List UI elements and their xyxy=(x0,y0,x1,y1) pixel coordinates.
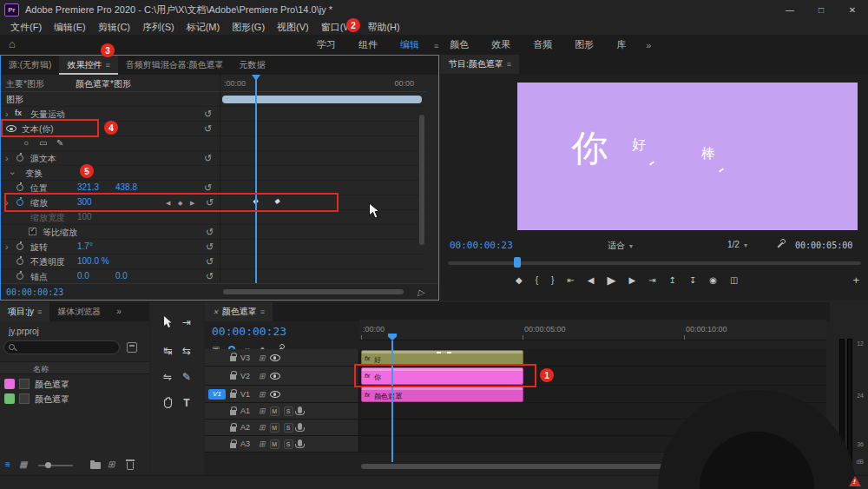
lock-icon[interactable] xyxy=(230,426,236,432)
item-label[interactable]: 颜色遮罩 xyxy=(35,379,69,391)
selection-tool[interactable] xyxy=(163,316,172,331)
stopwatch-icon[interactable] xyxy=(16,258,23,265)
track-name[interactable]: A2 xyxy=(240,423,254,432)
program-timecode[interactable]: 00:00:00:23 xyxy=(450,240,513,251)
time-ruler[interactable]: :00:00 00:00:05:00 00:00:10:00 xyxy=(359,320,826,340)
tab-metadata[interactable]: 元数据 xyxy=(232,56,273,75)
menu-help[interactable]: 帮助(H) xyxy=(361,21,405,34)
workspace-tab-editing[interactable]: 编辑 xyxy=(389,35,431,55)
row-opacity[interactable]: 不透明度 100.0 % xyxy=(1,254,220,269)
pen-tool[interactable]: ✎ xyxy=(182,371,191,383)
maximize-button[interactable]: □ xyxy=(806,0,837,19)
menu-sequence[interactable]: 序列(S) xyxy=(136,21,181,34)
menu-view[interactable]: 视图(V) xyxy=(271,21,315,34)
track-header-a1[interactable]: A1 M S xyxy=(205,403,359,419)
add-marker-button[interactable]: ◆ xyxy=(516,275,523,285)
vertical-scrollbar[interactable] xyxy=(419,115,424,245)
solo-button[interactable]: S xyxy=(284,406,293,416)
icon-view-icon[interactable] xyxy=(19,459,27,469)
keyframe-timeline[interactable]: :00:00 00:00 xyxy=(220,75,426,284)
pink-label-swatch[interactable] xyxy=(4,379,15,389)
solo-button[interactable]: S xyxy=(284,423,293,433)
close-icon[interactable] xyxy=(213,307,222,316)
source-patch-empty[interactable] xyxy=(208,422,226,433)
chevron-right-icon[interactable] xyxy=(5,109,9,119)
tab-sequence[interactable]: 颜色遮罩 xyxy=(205,302,273,321)
track-name[interactable]: A3 xyxy=(240,439,254,448)
workspace-tab-color[interactable]: 颜色 xyxy=(438,35,480,55)
source-patch-empty[interactable] xyxy=(208,439,226,449)
play-around-icon[interactable] xyxy=(418,287,424,297)
search-options-icon[interactable] xyxy=(127,342,137,353)
track-name[interactable]: V3 xyxy=(240,354,254,362)
workspace-tab-learning[interactable]: 学习 xyxy=(306,35,347,55)
workspace-tab-graphics[interactable]: 图形 xyxy=(563,35,605,55)
track-header-v3[interactable]: V3 xyxy=(205,349,359,366)
sequence-timecode[interactable]: 00:00:00:23 xyxy=(212,325,286,338)
menu-markers[interactable]: 标记(M) xyxy=(181,21,227,34)
panel-menu-icon[interactable] xyxy=(257,307,265,316)
menu-file[interactable]: 文件(F) xyxy=(4,21,48,34)
reset-icon[interactable] xyxy=(204,153,212,164)
sync-lock-icon[interactable] xyxy=(259,439,266,448)
zoom-slider[interactable] xyxy=(38,465,73,466)
tab-program[interactable]: 节目:颜色遮罩 xyxy=(441,55,519,74)
clip-duration-bar[interactable] xyxy=(222,96,422,103)
source-patch-v1[interactable]: V1 xyxy=(208,389,226,400)
program-video-frame[interactable]: 你 好 棒 xyxy=(517,83,858,230)
position-y-value[interactable]: 438.8 xyxy=(115,182,137,192)
step-forward-button[interactable]: ▶ xyxy=(628,275,635,285)
zoom-fit-dropdown[interactable]: 适合 xyxy=(608,240,633,252)
close-button[interactable]: ✕ xyxy=(837,0,868,19)
rectangle-tool-icon[interactable] xyxy=(39,138,47,148)
panel-menu-icon[interactable] xyxy=(503,59,511,69)
chevron-right-icon[interactable] xyxy=(5,241,9,252)
menu-graphics[interactable]: 图形(G) xyxy=(226,21,271,34)
menu-edit[interactable]: 编辑(E) xyxy=(48,21,92,34)
button-editor-plus[interactable]: + xyxy=(852,274,859,287)
lift-button[interactable]: ↥ xyxy=(669,275,676,285)
clip-color-matte-v1[interactable]: fx 颜色遮罩 xyxy=(361,387,523,402)
row-rotation[interactable]: 旋转 1.7° xyxy=(1,240,220,254)
sync-lock-icon[interactable] xyxy=(259,406,266,415)
sync-lock-icon[interactable] xyxy=(259,423,266,432)
stopwatch-icon[interactable] xyxy=(16,273,23,280)
tab-media-browser[interactable]: 媒体浏览器 xyxy=(49,302,108,321)
stopwatch-icon[interactable] xyxy=(16,155,23,162)
search-input[interactable] xyxy=(20,342,115,353)
row-transform[interactable]: 变换 xyxy=(1,166,220,181)
name-column-header[interactable]: 名称 xyxy=(33,364,49,375)
track-name[interactable]: A1 xyxy=(240,406,254,415)
track-header-v1[interactable]: V1 V1 xyxy=(205,386,359,402)
mute-button[interactable]: M xyxy=(270,439,279,449)
hand-tool[interactable] xyxy=(162,397,173,411)
tab-audio-clip-mixer[interactable]: 音频剪辑混合器:颜色遮罩 xyxy=(118,56,232,75)
stopwatch-icon[interactable] xyxy=(16,184,23,191)
type-tool[interactable]: T xyxy=(183,397,189,411)
voiceover-mic-icon[interactable] xyxy=(298,439,302,446)
lock-icon[interactable] xyxy=(230,393,236,398)
track-name[interactable]: V2 xyxy=(240,372,254,380)
sync-lock-icon[interactable] xyxy=(259,372,266,380)
playhead-timecode[interactable]: 00:00:00:23 xyxy=(6,287,63,297)
row-uniform-scale[interactable]: 等比缩放 xyxy=(1,225,220,240)
playback-resolution-dropdown[interactable]: 1/2 xyxy=(727,240,747,249)
mute-button[interactable]: M xyxy=(270,406,279,416)
panel-menu-icon[interactable] xyxy=(102,60,109,69)
ripple-edit-tool[interactable]: ↹ xyxy=(163,345,172,357)
source-patch-empty[interactable] xyxy=(208,406,226,416)
chevron-right-icon[interactable] xyxy=(5,153,9,163)
row-graphics[interactable]: 图形 xyxy=(1,92,220,107)
mark-in-button[interactable]: { xyxy=(536,275,538,285)
rolling-edit-tool[interactable]: ⇆ xyxy=(182,345,191,357)
workspace-tab-effects[interactable]: 效果 xyxy=(480,35,522,55)
reset-icon[interactable] xyxy=(206,227,214,238)
clip-name-label[interactable]: 颜色遮罩*图形 xyxy=(76,78,131,90)
trash-icon[interactable] xyxy=(127,462,134,470)
workspace-overflow-icon[interactable]: » xyxy=(637,40,660,50)
track-select-forward-tool[interactable]: ⇥ xyxy=(182,316,191,331)
source-patch-empty[interactable] xyxy=(208,353,226,363)
reset-icon[interactable] xyxy=(206,241,214,253)
anchor-y-value[interactable]: 0.0 xyxy=(115,271,128,281)
step-back-button[interactable]: ◀ xyxy=(588,275,595,285)
